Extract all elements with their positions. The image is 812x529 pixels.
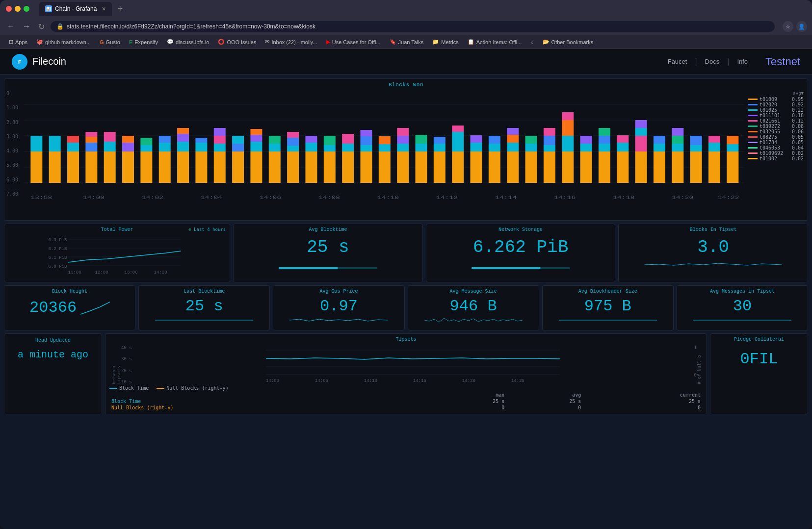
close-button[interactable] xyxy=(6,6,12,12)
svg-rect-44 xyxy=(232,136,244,144)
avg-blocktime-value: 25 s xyxy=(236,237,419,257)
apps-icon: ⊞ xyxy=(9,39,13,45)
pledge-collateral-panel: Pledge Collateral 0FIL xyxy=(710,333,808,414)
avg-gas-mini-chart xyxy=(276,315,401,325)
blocks-won-svg: 13:58 14:00 14:02 14:04 14:06 14:08 14:1… xyxy=(24,89,744,202)
bookmark-other[interactable]: 📂 Other Bookmarks xyxy=(539,38,598,46)
svg-text:13:58: 13:58 xyxy=(30,195,52,201)
svg-rect-169 xyxy=(279,267,338,269)
tipsets-y-right-label: # of Null b xyxy=(697,345,703,384)
svg-rect-98 xyxy=(544,151,555,183)
legend-color-t01002 xyxy=(748,158,758,159)
svg-rect-80 xyxy=(434,144,445,151)
back-button[interactable]: ← xyxy=(5,21,17,32)
svg-rect-76 xyxy=(416,151,427,183)
bookmark-usecases[interactable]: ▶ Use Cases for Offl... xyxy=(322,38,385,46)
svg-rect-114 xyxy=(617,143,629,151)
svg-rect-77 xyxy=(416,144,427,151)
address-bar: ← → ↻ 🔒 stats.testnet.filecoin.io/d/z6Ft… xyxy=(0,18,812,35)
profile-icon[interactable]: 👤 xyxy=(796,21,807,32)
svg-rect-30 xyxy=(159,136,171,143)
bookmark-action[interactable]: 📋 Action Items: Offi... xyxy=(464,38,526,46)
svg-rect-23 xyxy=(122,143,134,151)
td-null-current: 0 xyxy=(583,404,703,411)
maximize-button[interactable] xyxy=(24,6,29,12)
avg-messages-value: 30 xyxy=(680,297,805,315)
tab-bar: 📊 Chain - Grafana × + xyxy=(39,2,806,16)
network-storage-panel: Network Storage 6.262 PiB xyxy=(426,224,616,282)
github-icon: 🐙 xyxy=(36,39,43,45)
svg-rect-73 xyxy=(397,144,409,151)
svg-text:14:14: 14:14 xyxy=(495,195,517,201)
block-height-chart xyxy=(80,297,110,317)
title-bar: 📊 Chain - Grafana × + xyxy=(0,0,812,18)
star-icon[interactable]: ☆ xyxy=(783,21,793,32)
svg-rect-99 xyxy=(544,145,555,151)
blocks-in-tipset-value: 3.0 xyxy=(622,237,805,257)
tipsets-panel: Tipsets between tipsets 40 s 30 s 20 s 1… xyxy=(105,333,707,414)
filecoin-brand-text: Filecoin xyxy=(32,56,66,67)
tipsets-title: Tipsets xyxy=(109,337,703,342)
svg-text:14:00: 14:00 xyxy=(154,270,167,275)
bookmark-more[interactable]: » xyxy=(526,38,537,46)
last-blocktime-mini-chart xyxy=(142,315,266,325)
bookmark-discuss[interactable]: 💬 discuss.ipfs.io xyxy=(163,38,213,46)
blocks-won-title: Blocks Won xyxy=(4,79,808,89)
svg-rect-113 xyxy=(617,151,629,183)
bottom-row: Head Updated a minute ago Tipsets betwee… xyxy=(4,333,808,414)
bookmark-expensify[interactable]: E Expensify xyxy=(125,38,162,46)
svg-rect-124 xyxy=(672,144,683,151)
svg-rect-19 xyxy=(104,151,116,183)
svg-rect-109 xyxy=(599,151,610,183)
avg-messages-tipset-panel: Avg Messages in Tipset 30 xyxy=(677,285,808,330)
avg-blockheader-mini-chart xyxy=(546,315,670,325)
svg-rect-53 xyxy=(287,146,299,151)
bookmark-apps[interactable]: ⊞ Apps xyxy=(5,38,31,46)
bookmark-ooo[interactable]: ⭕ OOO issues xyxy=(214,38,260,46)
avg-messages-title: Avg Messages in Tipset xyxy=(680,289,805,294)
svg-rect-27 xyxy=(140,138,152,145)
svg-text:F: F xyxy=(18,59,22,65)
block-height-title: Block Height xyxy=(7,289,132,294)
discuss-icon: 💬 xyxy=(167,39,174,45)
svg-rect-59 xyxy=(324,151,336,183)
avg-blockheader-title: Avg Blockheader Size xyxy=(546,289,670,294)
bookmark-juan[interactable]: 🔖 Juan Talks xyxy=(386,38,428,46)
svg-rect-112 xyxy=(599,128,610,136)
active-tab[interactable]: 📊 Chain - Grafana × xyxy=(39,2,112,16)
svg-rect-46 xyxy=(250,142,262,151)
docs-link[interactable]: Docs xyxy=(705,58,720,65)
info-link[interactable]: Info xyxy=(737,58,748,65)
legend-t032055: t032055 0.06 xyxy=(748,129,804,134)
svg-text:14:20: 14:20 xyxy=(462,378,475,383)
avg-gas-price-panel: Avg Gas Price 0.97 xyxy=(273,285,404,330)
bookmark-github[interactable]: 🐙 github markdown... xyxy=(32,38,95,46)
tab-close-button[interactable]: × xyxy=(102,5,105,13)
network-mode: Testnet xyxy=(765,55,800,68)
legend-t011101: t011101 0.18 xyxy=(748,113,804,118)
forward-button[interactable]: → xyxy=(21,21,32,32)
legend-color-t0109692 xyxy=(748,152,758,154)
svg-rect-33 xyxy=(177,134,189,142)
faucet-link[interactable]: Faucet xyxy=(668,58,687,65)
tipsets-svg-container: 14:00 14:05 14:10 14:15 14:20 14:25 xyxy=(134,345,692,384)
svg-text:14:00: 14:00 xyxy=(266,378,279,383)
url-input[interactable]: 🔒 stats.testnet.filecoin.io/d/z6FtI92Zz/… xyxy=(51,21,775,32)
svg-rect-49 xyxy=(269,151,281,183)
tipsets-legend-null: Null Blocks (right-y) xyxy=(157,385,228,391)
th-max: max xyxy=(430,392,506,398)
svg-rect-126 xyxy=(672,128,683,136)
minimize-button[interactable] xyxy=(15,6,21,12)
refresh-button[interactable]: ↻ xyxy=(36,21,47,32)
svg-text:6.2 PiB: 6.2 PiB xyxy=(49,247,67,252)
bookmark-gusto[interactable]: G Gusto xyxy=(96,38,124,46)
last-blocktime-panel: Last Blocktime 25 s xyxy=(138,285,270,330)
svg-rect-8 xyxy=(30,151,42,183)
new-tab-button[interactable]: + xyxy=(114,4,127,14)
th-current: current xyxy=(583,392,703,398)
bookmark-metrics[interactable]: 📁 Metrics xyxy=(428,38,462,46)
blocks-in-tipset-title: Blocks In Tipset xyxy=(622,227,805,232)
svg-rect-93 xyxy=(507,135,519,143)
bookmark-inbox[interactable]: ✉ Inbox (22) - molly... xyxy=(261,38,321,46)
svg-rect-122 xyxy=(654,136,665,144)
